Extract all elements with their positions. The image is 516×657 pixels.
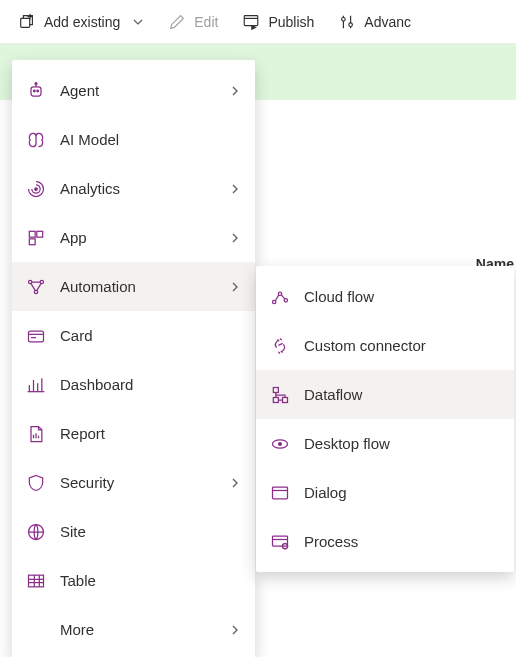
chevron-right-icon: [229, 85, 241, 97]
app-icon: [26, 228, 46, 248]
svg-rect-4: [31, 86, 41, 95]
add-existing-label: Add existing: [44, 14, 120, 30]
menu-item-label: More: [60, 621, 229, 638]
edit-icon: [168, 13, 186, 31]
submenu-item-process[interactable]: Process: [256, 517, 514, 566]
publish-button[interactable]: Publish: [232, 7, 324, 37]
submenu-item-cloud-flow[interactable]: Cloud flow: [256, 272, 514, 321]
svg-point-14: [34, 290, 37, 293]
submenu-item-dialog[interactable]: Dialog: [256, 468, 514, 517]
report-icon: [26, 424, 46, 444]
svg-point-18: [273, 300, 276, 303]
chevron-right-icon: [229, 232, 241, 244]
svg-point-3: [349, 22, 353, 26]
svg-rect-22: [273, 397, 278, 402]
svg-point-7: [35, 82, 37, 84]
svg-point-12: [29, 280, 32, 283]
menu-item-table[interactable]: Table: [12, 556, 255, 605]
menu-item-app[interactable]: App: [12, 213, 255, 262]
table-icon: [26, 571, 46, 591]
menu-item-label: Table: [60, 572, 241, 589]
card-icon: [26, 326, 46, 346]
svg-rect-17: [29, 575, 44, 587]
svg-point-6: [37, 90, 39, 92]
chevron-right-icon: [229, 477, 241, 489]
desktop-flow-icon: [270, 434, 290, 454]
menu-item-more[interactable]: More: [12, 605, 255, 654]
dataflow-icon: [270, 385, 290, 405]
svg-rect-26: [273, 487, 288, 499]
publish-icon: [242, 13, 260, 31]
process-icon: [270, 532, 290, 552]
submenu-item-label: Dataflow: [304, 386, 500, 403]
svg-rect-27: [273, 536, 288, 546]
menu-item-label: Agent: [60, 82, 229, 99]
submenu-item-label: Desktop flow: [304, 435, 500, 452]
menu-item-site[interactable]: Site: [12, 507, 255, 556]
menu-item-agent[interactable]: Agent: [12, 66, 255, 115]
cloud-flow-icon: [270, 287, 290, 307]
chevron-right-icon: [229, 183, 241, 195]
menu-item-label: Report: [60, 425, 241, 442]
svg-rect-11: [29, 238, 35, 244]
add-existing-menu: AgentAI ModelAnalyticsAppAutomationCardD…: [12, 60, 255, 657]
menu-item-automation[interactable]: Automation: [12, 262, 255, 311]
edit-button[interactable]: Edit: [158, 7, 228, 37]
menu-item-label: AI Model: [60, 131, 241, 148]
menu-item-security[interactable]: Security: [12, 458, 255, 507]
chevron-down-icon: [132, 16, 144, 28]
menu-item-label: Site: [60, 523, 241, 540]
menu-item-ai-model[interactable]: AI Model: [12, 115, 255, 164]
chevron-right-icon: [229, 624, 241, 636]
menu-item-dashboard[interactable]: Dashboard: [12, 360, 255, 409]
svg-rect-21: [273, 387, 278, 392]
advanced-button[interactable]: Advanc: [328, 7, 421, 37]
agent-icon: [26, 81, 46, 101]
automation-icon: [26, 277, 46, 297]
svg-point-13: [40, 280, 43, 283]
menu-item-card[interactable]: Card: [12, 311, 255, 360]
menu-item-label: Analytics: [60, 180, 229, 197]
submenu-item-desktop-flow[interactable]: Desktop flow: [256, 419, 514, 468]
submenu-item-label: Cloud flow: [304, 288, 500, 305]
menu-item-label: Dashboard: [60, 376, 241, 393]
site-icon: [26, 522, 46, 542]
menu-item-label: Automation: [60, 278, 229, 295]
svg-rect-23: [283, 397, 288, 402]
advanced-label: Advanc: [364, 14, 411, 30]
dialog-icon: [270, 483, 290, 503]
command-bar: Add existing Edit Publish: [0, 0, 516, 44]
menu-item-label: Security: [60, 474, 229, 491]
menu-item-label: App: [60, 229, 229, 246]
security-icon: [26, 473, 46, 493]
menu-item-label: Card: [60, 327, 241, 344]
svg-rect-1: [245, 15, 259, 25]
automation-submenu: Cloud flowCustom connectorDataflowDeskto…: [256, 266, 514, 572]
svg-point-5: [34, 90, 36, 92]
menu-item-analytics[interactable]: Analytics: [12, 164, 255, 213]
submenu-item-label: Process: [304, 533, 500, 550]
advanced-icon: [338, 13, 356, 31]
svg-rect-15: [29, 331, 44, 342]
edit-label: Edit: [194, 14, 218, 30]
svg-point-25: [278, 441, 282, 445]
svg-point-2: [342, 17, 346, 21]
menu-item-report[interactable]: Report: [12, 409, 255, 458]
submenu-item-label: Custom connector: [304, 337, 500, 354]
submenu-item-dataflow[interactable]: Dataflow: [256, 370, 514, 419]
custom-connector-icon: [270, 336, 290, 356]
submenu-item-custom-connector[interactable]: Custom connector: [256, 321, 514, 370]
dashboard-icon: [26, 375, 46, 395]
svg-rect-0: [21, 18, 30, 27]
svg-rect-10: [37, 231, 43, 237]
analytics-icon: [26, 179, 46, 199]
chevron-right-icon: [229, 281, 241, 293]
submenu-item-label: Dialog: [304, 484, 500, 501]
ai-model-icon: [26, 130, 46, 150]
add-existing-button[interactable]: Add existing: [8, 7, 154, 37]
svg-point-8: [35, 187, 38, 190]
svg-rect-9: [29, 231, 35, 237]
publish-label: Publish: [268, 14, 314, 30]
add-existing-icon: [18, 13, 36, 31]
